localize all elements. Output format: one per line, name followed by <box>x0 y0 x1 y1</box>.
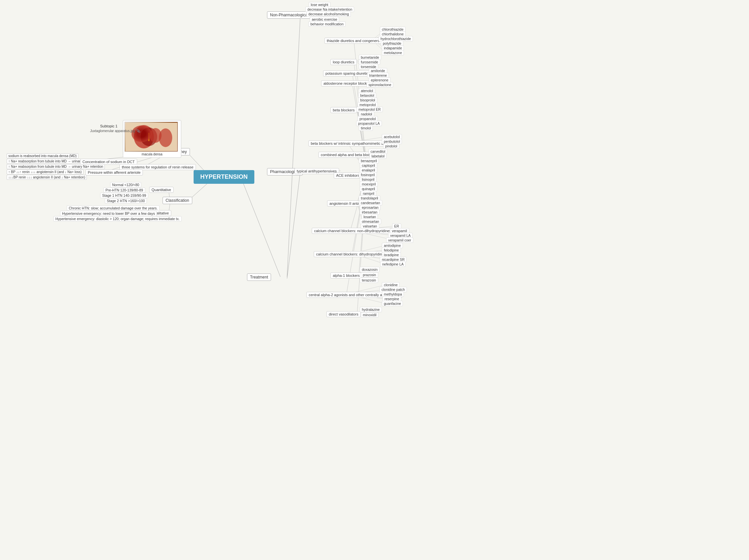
na-reabsorb2-node: ↑ Na+ reabsorption from tubule into MD →… <box>7 164 105 169</box>
ccb-dihydro-node[interactable]: calcium channel blockers: dihydropyridin… <box>314 251 388 257</box>
quantitative-node[interactable]: Quantitative <box>149 187 174 193</box>
image-file-label: Juxtaglomerular apparatus.jpg 📎 <box>90 129 140 133</box>
chronic-htn-node: Chronic HTN: slow; accumulated damage ov… <box>67 205 159 211</box>
guanfacine-node: guanfacine <box>382 301 403 306</box>
doxazosin-node: doxazosin <box>360 267 380 272</box>
ccb-non-dihydro-node[interactable]: calcium channel blockers: non-dihydropyr… <box>312 228 393 234</box>
pressure-afferent-node[interactable]: Pressure within afferent arteriole <box>85 170 143 175</box>
central-label: HYPERTENSION <box>200 174 248 180</box>
hydralazine-node: hydralazine <box>360 307 382 312</box>
ace-inhibitors-node[interactable]: ACE inhibitors <box>334 173 362 178</box>
svg-line-0 <box>243 182 280 277</box>
bp-renin2-node: ↓↓↓BP renin ↓↓↓ angiotensin II (and ↓ Na… <box>7 175 87 180</box>
stage1-node: Stage 1 HTN 140-159/90-99 <box>100 193 148 198</box>
beta-blockers-node[interactable]: beta blockers <box>330 107 357 113</box>
classification-label: Classification <box>166 198 189 203</box>
terazosin-node: terazosin <box>360 277 378 283</box>
prazosin-node: prazosin <box>361 272 378 277</box>
kidney-image-node[interactable]: macula densa <box>123 120 181 158</box>
nefedipine-la-node: nefedipine LA <box>380 262 406 267</box>
subtopic1-label: Subtopic 1 <box>100 124 117 128</box>
sodium-macula-node: sodium is reabsorbed into macula densa (… <box>7 153 79 158</box>
bp-renin1-node: ↑ BP ↓↓↑ renin ↓↓↓ angiotensin II (and ↓… <box>7 170 83 175</box>
mindmap-container: HYPERTENSION The Kidney Classification T… <box>0 0 749 560</box>
thiazide-node[interactable]: thiazide diuretics and congeners <box>324 38 382 44</box>
kidney-image <box>125 122 178 152</box>
spironolactone-node: spironolactone <box>366 82 393 87</box>
hypertensive-emergency1-node: Hypertensive emergency: need to lower BP… <box>60 211 157 216</box>
normal-node: Normal <120/<80 <box>110 182 141 187</box>
hypertensive-emergency2-node: Hypertensive emergency: diastolic > 120;… <box>53 216 181 222</box>
behavior-mod-node: behavior modification <box>308 21 345 27</box>
treatment-node[interactable]: Treatment <box>247 273 271 281</box>
typical-antihypertensives-node[interactable]: typical antihypertensives <box>294 168 339 174</box>
central-node: HYPERTENSION <box>194 170 254 184</box>
pre-htn-node: Pre-HTN 120-139/80-89 <box>104 187 145 193</box>
metolazone-node: metolazone <box>382 50 404 55</box>
stage2-node: Stage 2 HTN >160/>100 <box>105 198 147 203</box>
svg-rect-96 <box>148 133 150 141</box>
minoxidil-node: minoxidil <box>361 312 379 317</box>
decrease-alcohol-node: decrease alcohol/smoking <box>306 12 351 17</box>
non-pharmacological-node[interactable]: Non-Pharmacological <box>267 12 312 19</box>
potassium-sparing-node[interactable]: potassium sparing diuretics <box>323 70 372 76</box>
svg-line-3 <box>287 14 300 277</box>
timolol-node: timolol <box>359 126 373 131</box>
direct-vasodilators-node[interactable]: direct vasodilators <box>326 311 361 317</box>
pindolol-node: pindolol <box>383 143 399 149</box>
valsartan-node: valsartan <box>361 223 379 229</box>
loop-diuretics-node[interactable]: loop diuretics <box>330 59 357 65</box>
svg-point-97 <box>159 128 172 147</box>
image-caption: macula densa <box>125 152 179 156</box>
alpha1-blockers-node[interactable]: alpha-1 blockers <box>330 272 362 278</box>
verapamil-coer-node: verapamil coer <box>386 238 413 243</box>
treatment-label: Treatment <box>250 275 268 279</box>
classification-node[interactable]: Classification <box>163 197 192 204</box>
svg-line-4 <box>287 171 300 278</box>
